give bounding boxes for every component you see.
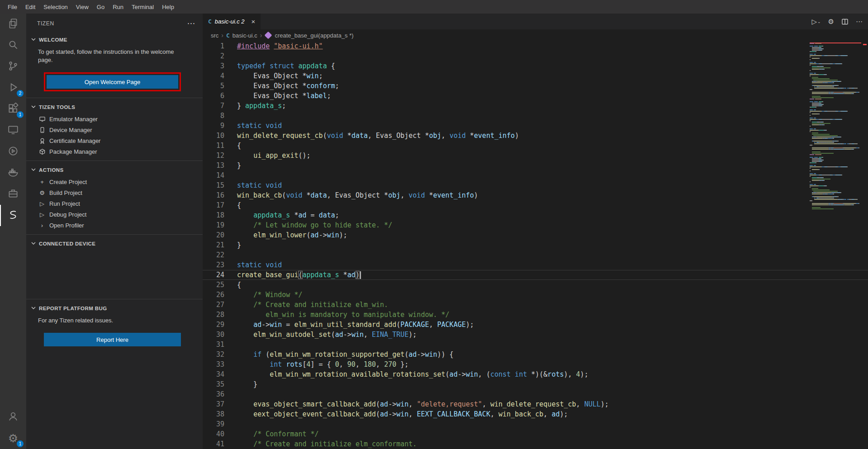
more-actions-icon[interactable]: ⋯: [187, 19, 195, 28]
split-editor-icon[interactable]: [841, 18, 849, 25]
menu-run[interactable]: Run: [109, 0, 128, 14]
minimap-row: [810, 54, 861, 55]
code-line[interactable]: 14: [203, 170, 868, 180]
code-line[interactable]: 32 if (elm_win_wm_rotation_supported_get…: [203, 350, 868, 359]
sidebar-item-explorer[interactable]: [0, 14, 26, 35]
code-editor[interactable]: 1#include "basic-ui.h"23typedef struct a…: [203, 41, 868, 449]
code-line[interactable]: 22: [203, 250, 868, 260]
code-line[interactable]: 13}: [203, 161, 868, 170]
section-report-platform-bug[interactable]: REPORT PLATFORM BUG: [26, 302, 203, 315]
sidebar-item-package-manager[interactable]: Package Manager: [26, 146, 203, 157]
code-line[interactable]: 6 Evas_Object *label;: [203, 91, 868, 101]
breadcrumb-symbol[interactable]: create_base_gui(appdata_s *): [275, 32, 353, 39]
manage-button[interactable]: ⚙ 1: [0, 428, 26, 449]
code-line[interactable]: 33 int rots[4] = { 0, 90, 180, 270 };: [203, 359, 868, 369]
code-line[interactable]: 34 elm_win_wm_rotation_available_rotatio…: [203, 369, 868, 379]
settings-icon[interactable]: ⚙: [828, 18, 834, 26]
tab-basic-ui-c[interactable]: C basic-ui.c 2 ×: [203, 14, 261, 29]
code-line[interactable]: 38 eext_object_event_callback_add(ad->wi…: [203, 409, 868, 419]
sidebar-item-docker[interactable]: [0, 162, 26, 184]
code-line[interactable]: 9static void: [203, 121, 868, 131]
code-line[interactable]: 12 ui_app_exit();: [203, 151, 868, 161]
minimap-row: [810, 55, 861, 56]
code-line[interactable]: 16win_back_cb(void *data, Evas_Object *o…: [203, 190, 868, 200]
minimap-row: [810, 111, 861, 112]
sidebar-item-open-profiler[interactable]: › Open Profiler: [26, 220, 203, 231]
sidebar-item-run-debug[interactable]: 2: [0, 77, 26, 99]
code-line[interactable]: 10win_delete_request_cb(void *data, Evas…: [203, 131, 868, 141]
sidebar-item-build-project[interactable]: ⚙ Build Project: [26, 187, 203, 198]
play-circle-icon: [7, 145, 19, 159]
sidebar-item-create-project[interactable]: + Create Project: [26, 176, 203, 187]
code-line[interactable]: 7} appdata_s;: [203, 101, 868, 111]
sidebar-item-device-manager[interactable]: Device Manager: [26, 124, 203, 135]
more-actions-icon[interactable]: ⋯: [856, 18, 863, 26]
code-line[interactable]: 21}: [203, 240, 868, 250]
sidebar-item-remote-explorer[interactable]: [0, 120, 26, 141]
code-line[interactable]: 37 evas_object_smart_callback_add(ad->wi…: [203, 399, 868, 409]
sidebar-item-debug-project[interactable]: ▷ Debug Project: [26, 209, 203, 220]
code-line[interactable]: 30 elm_win_autodel_set(ad->win, EINA_TRU…: [203, 330, 868, 340]
code-line[interactable]: 23static void: [203, 260, 868, 270]
breadcrumb-file[interactable]: basic-ui.c: [232, 32, 257, 39]
close-icon[interactable]: ×: [251, 18, 256, 25]
menu-edit[interactable]: Edit: [21, 0, 39, 14]
line-content: elm_win_autodel_set(ad->win, EINA_TRUE);: [237, 330, 417, 340]
code-line[interactable]: 26 /* Window */: [203, 290, 868, 300]
sidebar-item-certificate-manager[interactable]: Certificate Manager: [26, 135, 203, 146]
minimap-row: [810, 67, 861, 68]
code-line[interactable]: 8: [203, 111, 868, 121]
section-tizen-tools[interactable]: TIZEN TOOLS: [26, 101, 203, 113]
code-line[interactable]: 17{: [203, 200, 868, 210]
code-line[interactable]: 18 appdata_s *ad = data;: [203, 210, 868, 220]
code-line[interactable]: 39: [203, 419, 868, 429]
menu-help[interactable]: Help: [158, 0, 178, 14]
menu-go[interactable]: Go: [93, 0, 109, 14]
sidebar-item-extensions[interactable]: 1: [0, 99, 26, 120]
code-line[interactable]: 27 /* Create and initialize elm_win.: [203, 300, 868, 310]
section-welcome[interactable]: WELCOME: [26, 33, 203, 46]
section-connected-device[interactable]: CONNECTED DEVICE: [26, 237, 203, 250]
code-line[interactable]: 31: [203, 340, 868, 350]
breadcrumb-folder[interactable]: src: [211, 32, 218, 39]
line-content: }: [237, 240, 241, 250]
menu-selection[interactable]: Selection: [39, 0, 71, 14]
code-line[interactable]: 35 }: [203, 379, 868, 389]
code-line[interactable]: 3typedef struct appdata {: [203, 61, 868, 71]
code-line[interactable]: 19 /* Let window go to hide state. */: [203, 220, 868, 230]
menu-file[interactable]: File: [4, 0, 21, 14]
overview-ruler[interactable]: [861, 41, 868, 449]
menu-terminal[interactable]: Terminal: [128, 0, 158, 14]
sidebar-item-emulator-manager[interactable]: Emulator Manager: [26, 113, 203, 124]
code-line[interactable]: 11{: [203, 141, 868, 151]
sidebar-item-run-targets[interactable]: [0, 141, 26, 162]
code-line[interactable]: 15static void: [203, 180, 868, 190]
accounts-button[interactable]: [0, 406, 26, 428]
code-line[interactable]: 5 Evas_Object *conform;: [203, 81, 868, 91]
sidebar-item-source-control[interactable]: [0, 56, 26, 77]
code-line[interactable]: 1#include "basic-ui.h": [203, 41, 868, 51]
section-actions[interactable]: ACTIONS: [26, 164, 203, 176]
code-line[interactable]: 36: [203, 389, 868, 399]
code-line[interactable]: 20 elm_win_lower(ad->win);: [203, 230, 868, 240]
sidebar-item-run-project[interactable]: ▷ Run Project: [26, 198, 203, 209]
code-line[interactable]: 28 elm_win is mandatory to manipulate wi…: [203, 310, 868, 320]
report-here-button[interactable]: Report Here: [44, 333, 181, 346]
code-line[interactable]: 4 Evas_Object *win;: [203, 71, 868, 81]
code-line[interactable]: 2: [203, 51, 868, 61]
sidebar-item-tizen[interactable]: [0, 205, 26, 226]
code-line[interactable]: 41 /* Create and initialize elm_conforma…: [203, 439, 868, 449]
activity-bar: 2 1: [0, 14, 26, 449]
minimap-row: [810, 149, 861, 150]
sidebar-item-tizen-tools[interactable]: [0, 184, 26, 205]
code-line[interactable]: 29 ad->win = elm_win_util_standard_add(P…: [203, 320, 868, 330]
code-line[interactable]: 25{: [203, 280, 868, 290]
line-number: 24: [203, 270, 237, 280]
menu-view[interactable]: View: [72, 0, 93, 14]
run-code-button[interactable]: ▷⌄: [811, 18, 821, 26]
code-line[interactable]: 24create_base_gui(appdata_s *ad): [203, 270, 868, 280]
code-line[interactable]: 40 /* Conformant */: [203, 429, 868, 439]
minimap[interactable]: [810, 41, 861, 449]
sidebar-item-search[interactable]: [0, 35, 26, 56]
open-welcome-page-button[interactable]: Open Welcome Page: [47, 75, 178, 89]
